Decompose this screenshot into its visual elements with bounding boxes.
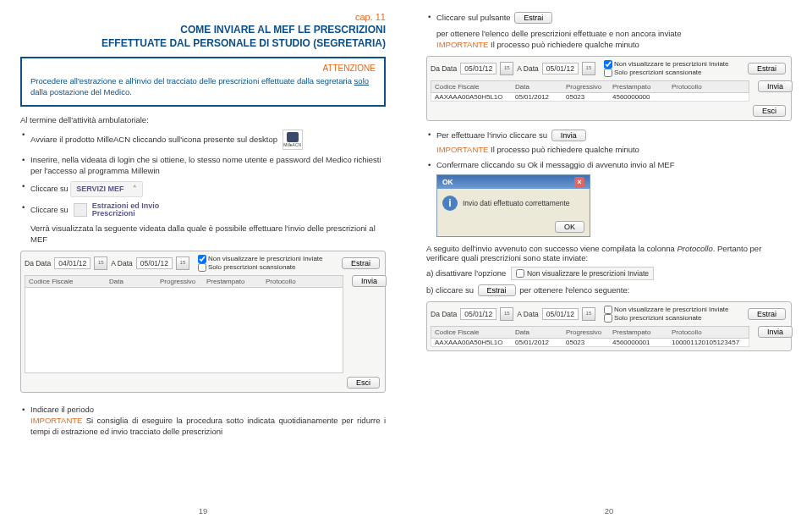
left-column: cap. 11 COME INVIARE AL MEF LE PRESCRIZI… (0, 0, 406, 524)
cell-cf: AAXAAA00A50H5L1O (431, 93, 512, 101)
estrai-button[interactable]: Estrai (514, 12, 552, 24)
table-row[interactable]: AAXAAA00A50H5L1O 05/01/2012 05023 456000… (431, 339, 749, 347)
chk-non-visualizzare[interactable]: Non visualizzare le prescrizioni Inviate (604, 60, 743, 69)
estrai-button[interactable]: Estrai (478, 284, 516, 296)
bullet-confermare-ok: Confermare cliccando su Ok il messaggio … (426, 160, 792, 237)
chk-solo-scansionate[interactable]: Solo prescrizioni scansionate (198, 263, 337, 272)
calendar-icon[interactable]: 15 (582, 307, 595, 321)
results-grid: Codice Fiscale Data Progressivo Prestamp… (25, 275, 343, 373)
ok-dialog-title: OK (442, 178, 453, 187)
calendar-icon[interactable]: 15 (500, 62, 513, 75)
importante-text: Il processo può richiedere qualche minut… (488, 145, 639, 154)
da-data-label: Da Data (25, 259, 51, 268)
effettuare-invio-text: Per effettuare l'invio cliccare su (436, 130, 547, 139)
invia-button[interactable]: Invia (758, 326, 793, 338)
bullet-login: Inserire, nella videata di login che si … (20, 155, 386, 177)
invia-button[interactable]: Invia (352, 275, 387, 287)
ok-dialog: OK × i Invio dati effettuato correttamen… (436, 174, 590, 237)
calendar-icon[interactable]: 15 (582, 62, 595, 75)
attention-label: ATTENZIONE (30, 63, 376, 73)
chapter-label: cap. 11 (20, 12, 386, 22)
cell-progressivo: 05023 (562, 339, 609, 346)
da-data-label: Da Data (431, 64, 457, 73)
right-column: Cliccare sul pulsante Estrai per ottener… (406, 0, 812, 524)
col-codice-fiscale: Codice Fiscale (25, 276, 106, 287)
bullet-estrazioni: Cliccare su Estrazioni ed Invio Prescriz… (20, 202, 386, 245)
inline-checkbox[interactable]: Non visualizzare le prescrizioni Inviate (511, 267, 654, 280)
importante-label: IMPORTANTE (436, 40, 488, 49)
cell-protocollo (668, 93, 749, 101)
page-number-right: 20 (406, 506, 812, 516)
shield-icon (287, 132, 299, 142)
attention-underline: solo (354, 76, 369, 85)
table-headers: Codice Fiscale Data Progressivo Prestamp… (25, 275, 343, 288)
calendar-icon[interactable]: 15 (176, 256, 189, 270)
right-bullets-2: Per effettuare l'invio cliccare su Invia… (426, 130, 792, 238)
chk-solo-scansionate[interactable]: Solo prescrizioni scansionate (604, 69, 743, 77)
da-data-field[interactable]: 05/01/12 (460, 63, 497, 74)
a-data-label: A Data (111, 259, 133, 268)
document-icon (74, 203, 87, 217)
chevron-up-icon: ˄ (133, 184, 137, 194)
da-data-field[interactable]: 05/01/12 (460, 308, 497, 320)
estrazioni-label: Estrazioni ed Invio Prescrizioni (92, 202, 160, 219)
estrai-button[interactable]: Estrai (748, 63, 786, 74)
a-data-label: A Data (517, 64, 539, 73)
chk-solo-scansionate[interactable]: Solo prescrizioni scansionate (604, 314, 743, 323)
calendar-icon[interactable]: 15 (500, 307, 513, 321)
post-click-text: Verrà visualizzata la seguente videata d… (30, 223, 386, 245)
da-data-label: Da Data (431, 310, 457, 318)
cell-progressivo: 05023 (562, 93, 609, 101)
estrai-button[interactable]: Estrai (748, 308, 786, 320)
ok-dialog-titlebar: OK × (437, 175, 590, 189)
bullet-list: Avviare il prodotto MilleACN cliccando s… (20, 130, 386, 245)
col-protocollo: Protocollo (668, 327, 749, 338)
cell-data: 05/01/2012 (512, 93, 562, 101)
bullet-periodo: Indicare il periodo IMPORTANTE Si consig… (20, 405, 386, 437)
extraction-panel-right-1: Da Data 05/01/12 15 A Data 05/01/12 15 N… (426, 56, 792, 121)
servizi-mef-button[interactable]: SERVIZI MEF ˄ (70, 181, 143, 196)
esci-button[interactable]: Esci (753, 105, 786, 117)
after-ok-text: A seguito dell'invio avvenuto con succes… (426, 244, 792, 262)
chk-non-visualizzare-input[interactable] (516, 269, 524, 278)
empty-grid-body (25, 288, 343, 373)
attention-text-post: dalla postazione del Medico. (30, 87, 132, 97)
da-data-field[interactable]: 04/01/12 (54, 257, 91, 269)
col-protocollo: Protocollo (668, 81, 749, 92)
estrai-result-text: per ottenere l'elenco delle prescrizioni… (436, 29, 792, 40)
col-prestampato: Prestampato (609, 81, 668, 92)
bullet-periodo-text: Indicare il periodo (30, 405, 94, 414)
extraction-panel-right-2: Da Data 05/01/12 15 A Data 05/01/12 15 N… (426, 301, 792, 351)
col-data: Data (512, 327, 562, 338)
invia-button[interactable]: Invia (758, 80, 793, 92)
ok-button[interactable]: OK (555, 221, 584, 233)
right-bullets-1: Cliccare sul pulsante Estrai per ottener… (426, 12, 792, 51)
cell-cf: AAXAAA00A50H5L1O (431, 339, 512, 346)
col-data: Data (512, 81, 562, 92)
chk-non-visualizzare[interactable]: Non visualizzare le prescrizioni Inviate (604, 306, 743, 314)
estrai-button[interactable]: Estrai (342, 257, 380, 269)
a-data-field[interactable]: 05/01/12 (136, 257, 173, 269)
bottom-bullets: Indicare il periodo IMPORTANTE Si consig… (20, 405, 386, 437)
col-progressivo: Progressivo (562, 81, 609, 92)
esci-button[interactable]: Esci (347, 377, 380, 389)
invia-button[interactable]: Invia (551, 130, 586, 141)
calendar-icon[interactable]: 15 (94, 256, 107, 270)
chk-non-visualizzare-input[interactable] (198, 255, 206, 263)
table-row[interactable]: AAXAAA00A50H5L1O 05/01/2012 05023 456000… (431, 93, 749, 102)
estrazioni-button[interactable]: Estrazioni ed Invio Prescrizioni (74, 202, 159, 219)
close-icon[interactable]: × (574, 177, 584, 187)
cell-prestampato: 4560000000 (609, 93, 668, 101)
chk-solo-scansionate-input[interactable] (198, 263, 206, 272)
page-number-left: 19 (0, 506, 406, 516)
milleacn-icon-label: MilleACN (283, 142, 302, 148)
a-data-field[interactable]: 05/01/12 (542, 308, 579, 320)
ok-dialog-message: Invio dati effettuato correttamente (463, 199, 569, 208)
step-a: a) disattivare l'opzione Non visualizzar… (426, 267, 792, 280)
a-data-field[interactable]: 05/01/12 (542, 63, 579, 74)
cell-prestampato: 4560000001 (609, 339, 668, 346)
chk-non-visualizzare[interactable]: Non visualizzare le prescrizioni Inviate (198, 255, 337, 263)
bullet-servizi-text: Cliccare su (30, 184, 69, 194)
cell-data: 05/01/2012 (512, 339, 562, 346)
col-prestampato: Prestampato (609, 327, 668, 338)
